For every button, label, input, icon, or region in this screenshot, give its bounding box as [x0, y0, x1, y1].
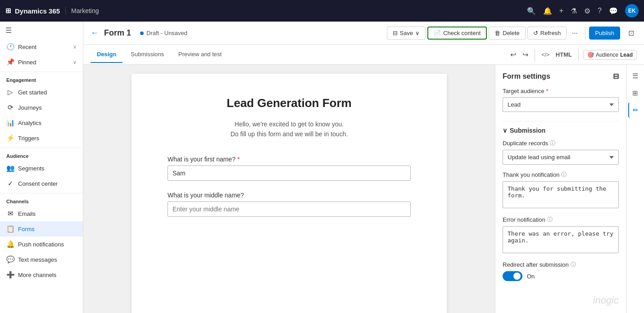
submission-chevron: ∨ — [503, 127, 507, 134]
target-audience-label: Target audience * — [503, 88, 619, 94]
duplicate-records-select[interactable]: Update lead using email Always create ne… — [503, 150, 619, 165]
html-label[interactable]: HTML — [554, 49, 574, 60]
settings-icon[interactable]: ⚙ — [584, 7, 590, 15]
recent-icon: 🕐 — [6, 43, 14, 51]
get-started-label: Get started — [18, 89, 47, 96]
triggers-label: Triggers — [18, 135, 39, 142]
more-label: More channels — [18, 272, 56, 278]
publish-button[interactable]: Publish — [589, 27, 620, 40]
emails-label: Emails — [18, 210, 36, 217]
refresh-icon: ↺ — [533, 30, 538, 36]
submission-section-header[interactable]: ∨ Submission — [503, 127, 619, 134]
redirect-toggle-container: On — [503, 271, 619, 281]
audience-section: Audience — [0, 150, 83, 161]
audience-required: * — [546, 88, 549, 94]
firstname-label: What is your first name? * — [168, 156, 411, 163]
status-dot — [140, 31, 144, 35]
avatar[interactable]: EK — [625, 4, 639, 18]
content-area: ← Form 1 Draft - Unsaved ⊟ Save ∨ 📄 Chec… — [83, 22, 644, 313]
more-icon: ➕ — [6, 271, 14, 279]
back-button[interactable]: ← — [91, 28, 99, 38]
journeys-icon: ⟳ — [6, 103, 14, 112]
tab-preview[interactable]: Preview and test — [172, 46, 228, 63]
notification-icon[interactable]: 🔔 — [543, 7, 552, 15]
save-icon: ⊟ — [393, 30, 398, 36]
main-layout: ☰ 🕐 Recent ∨ 📌 Pinned ∨ Engagement ▷ Get… — [0, 22, 644, 313]
sidebar-item-text[interactable]: 💬 Text messages — [0, 252, 83, 267]
subtitle-line2: Do fill up this form and we will be in t… — [168, 129, 411, 139]
properties-panel-icon[interactable]: ☰ — [629, 68, 642, 84]
audience-icon: 🎯 — [587, 52, 594, 58]
tab-design[interactable]: Design — [91, 46, 122, 63]
help-icon[interactable]: ? — [598, 7, 602, 15]
chevron-down-icon: ∨ — [73, 44, 77, 50]
watermark: inogic — [503, 295, 619, 306]
tab-submissions[interactable]: Submissions — [124, 46, 170, 63]
tabs-bar: Design Submissions Preview and test ↩ ↪ … — [83, 45, 644, 65]
feedback-icon[interactable]: 💬 — [609, 7, 618, 15]
consent-icon: ✓ — [6, 179, 14, 188]
analytics-icon: 📊 — [6, 119, 14, 127]
thankyou-textarea[interactable] — [503, 181, 619, 208]
redirect-label: Redirect after submission ⓘ — [503, 261, 619, 268]
more-button[interactable]: ⋯ — [568, 27, 581, 39]
segments-label: Segments — [18, 165, 45, 172]
panel-side-icons: ☰ ⊞ ✏ — [626, 65, 644, 313]
target-audience-section: Target audience * Lead — [503, 88, 619, 112]
sidebar-item-recent[interactable]: 🕐 Recent ∨ — [0, 39, 83, 54]
delete-button[interactable]: 🗑 Delete — [489, 27, 526, 40]
refresh-button[interactable]: ↺ Refresh — [527, 27, 567, 40]
sidebar-item-segments[interactable]: 👥 Segments — [0, 161, 83, 176]
panel-expand-icon[interactable]: ⊟ — [613, 72, 619, 80]
undo-icon[interactable]: ↩ — [508, 49, 518, 61]
text-label: Text messages — [18, 256, 57, 263]
channels-section: Channels — [0, 195, 83, 206]
sidebar-item-forms[interactable]: 📋 Forms — [0, 221, 83, 237]
toggle-on-text: On — [527, 273, 535, 280]
consent-label: Consent center — [18, 180, 58, 187]
sidebar-item-journeys[interactable]: ⟳ Journeys — [0, 100, 83, 115]
code-icon: </> — [540, 50, 551, 60]
top-bar: ⊞ Dynamics 365 Marketing 🔍 🔔 + ⚗ ⚙ ? 💬 E… — [0, 0, 644, 22]
redo-icon[interactable]: ↪ — [521, 49, 530, 61]
style-panel-icon[interactable]: ✏ — [628, 103, 642, 118]
engagement-section: Engagement — [0, 74, 83, 85]
redirect-info-icon: ⓘ — [571, 261, 576, 268]
middlename-input[interactable] — [168, 201, 411, 217]
add-panel-icon[interactable]: ⊞ — [629, 85, 642, 101]
target-audience-select[interactable]: Lead — [503, 97, 619, 112]
sidebar-item-pinned[interactable]: 📌 Pinned ∨ — [0, 54, 83, 70]
sidebar-item-emails[interactable]: ✉ Emails — [0, 206, 83, 221]
audience-label: Audience — [596, 52, 618, 58]
form-canvas[interactable]: Lead Generation Form Hello, we're excite… — [83, 65, 495, 313]
recent-label: Recent — [18, 44, 36, 50]
get-started-icon: ▷ — [6, 88, 14, 96]
audience-selector[interactable]: 🎯 Audience Lead — [583, 50, 637, 60]
sidebar-item-triggers[interactable]: ⚡ Triggers — [0, 130, 83, 146]
submission-section: ∨ Submission Duplicate records ⓘ Update … — [503, 127, 619, 306]
add-icon[interactable]: + — [559, 7, 563, 15]
filter-icon[interactable]: ⚗ — [571, 7, 577, 15]
sidebar-item-analytics[interactable]: 📊 Analytics — [0, 115, 83, 130]
thankyou-info-icon: ⓘ — [561, 171, 567, 179]
hamburger-menu[interactable]: ☰ — [0, 22, 83, 39]
check-content-button[interactable]: 📄 Check content — [427, 27, 487, 40]
status-text: Draft - Unsaved — [146, 30, 187, 36]
sidebar-item-more[interactable]: ➕ More channels — [0, 267, 83, 282]
redirect-toggle[interactable] — [503, 271, 522, 281]
forms-label: Forms — [18, 226, 35, 233]
triggers-icon: ⚡ — [6, 134, 14, 142]
save-button[interactable]: ⊟ Save ∨ — [387, 27, 426, 40]
error-textarea[interactable] — [503, 226, 619, 253]
sidebar-item-get-started[interactable]: ▷ Get started — [0, 85, 83, 100]
sidebar-item-push[interactable]: 🔔 Push notifications — [0, 237, 83, 252]
delete-icon: 🗑 — [494, 30, 500, 36]
sidebar-item-consent[interactable]: ✓ Consent center — [0, 176, 83, 191]
app-logo[interactable]: ⊞ Dynamics 365 — [5, 7, 66, 15]
side-panel-icon[interactable]: ⊡ — [626, 26, 637, 40]
panel-title: Form settings ⊟ — [503, 72, 619, 80]
email-icon: ✉ — [6, 210, 14, 218]
push-label: Push notifications — [18, 241, 64, 248]
firstname-input[interactable] — [168, 165, 411, 181]
search-icon[interactable]: 🔍 — [527, 7, 536, 15]
